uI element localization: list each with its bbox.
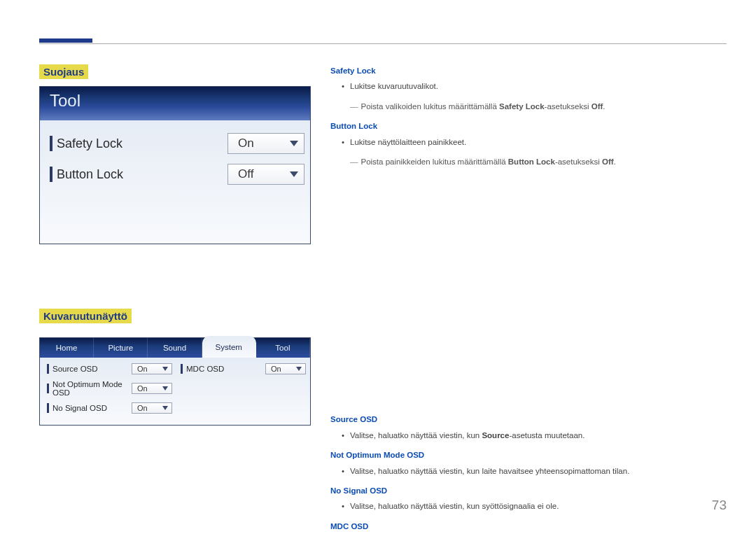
osd-row-mdc: MDC OSD On bbox=[181, 363, 306, 374]
section-heading-kuvaruutu: Kuvaruutunäyttö bbox=[39, 309, 132, 323]
button-lock-desc: Lukitse näyttölaitteen painikkeet. bbox=[342, 136, 727, 148]
tool-row-safety-lock: Safety Lock On bbox=[50, 133, 304, 154]
label-button-lock: Button Lock bbox=[330, 120, 727, 132]
select-value: On bbox=[137, 404, 148, 412]
header-accent-bar bbox=[39, 38, 92, 43]
no-signal-osd-desc: Valitse, haluatko näyttää viestin, kun s… bbox=[342, 500, 727, 512]
osd-row-not-optimum: Not Optimum Mode OSD On bbox=[47, 380, 172, 397]
chevron-down-icon bbox=[162, 386, 168, 391]
header-rule bbox=[39, 43, 727, 44]
osd-row-label: MDC OSD bbox=[186, 365, 265, 373]
tab-home[interactable]: Home bbox=[40, 338, 94, 358]
tab-system[interactable]: System bbox=[202, 336, 256, 358]
tool-panel: Tool Safety Lock On Button Lock Off bbox=[39, 86, 311, 244]
button-lock-note: ―Poista painikkeiden lukitus määrittämäl… bbox=[350, 155, 727, 168]
row-indicator bbox=[47, 403, 49, 413]
osd-row-no-signal: No Signal OSD On bbox=[47, 402, 172, 414]
osd-panel: Home Picture Sound System Tool Source OS… bbox=[39, 337, 311, 426]
no-signal-osd-select[interactable]: On bbox=[132, 402, 172, 414]
osd-col-left: Source OSD On Not Optimum Mode OSD On bbox=[47, 363, 172, 419]
row-indicator bbox=[181, 364, 183, 374]
osd-row-label: Source OSD bbox=[52, 365, 132, 373]
select-value: Off bbox=[238, 167, 253, 181]
select-value: On bbox=[137, 365, 148, 373]
tab-picture[interactable]: Picture bbox=[94, 338, 148, 358]
button-lock-select[interactable]: Off bbox=[227, 164, 304, 185]
left-column: Suojaus Tool Safety Lock On Button Lock … bbox=[39, 64, 311, 534]
chevron-down-icon bbox=[290, 171, 298, 177]
tab-tool[interactable]: Tool bbox=[256, 338, 310, 358]
select-value: On bbox=[271, 365, 281, 373]
safety-lock-select[interactable]: On bbox=[227, 133, 304, 154]
row-indicator bbox=[47, 384, 49, 393]
label-not-optimum-osd: Not Optimum Mode OSD bbox=[330, 449, 727, 461]
row-indicator bbox=[47, 364, 49, 374]
osd-tabs: Home Picture Sound System Tool bbox=[40, 338, 310, 358]
row-indicator bbox=[50, 167, 52, 182]
tool-panel-header: Tool bbox=[40, 87, 310, 120]
row-indicator bbox=[50, 136, 52, 151]
page-number: 73 bbox=[712, 498, 727, 513]
chevron-down-icon bbox=[162, 367, 168, 371]
tool-row-label: Button Lock bbox=[57, 167, 227, 182]
safety-lock-desc: Lukitse kuvaruutuvalikot. bbox=[342, 80, 727, 92]
not-optimum-osd-desc: Valitse, haluatko näyttää viestin, kun l… bbox=[342, 465, 727, 477]
page-content: Suojaus Tool Safety Lock On Button Lock … bbox=[39, 64, 727, 534]
section-heading-suojaus: Suojaus bbox=[39, 64, 88, 79]
osd-row-label: Not Optimum Mode OSD bbox=[52, 380, 132, 397]
source-osd-select[interactable]: On bbox=[132, 363, 172, 374]
label-mdc-osd: MDC OSD bbox=[330, 520, 727, 533]
tool-panel-body: Safety Lock On Button Lock Off bbox=[40, 120, 310, 244]
select-value: On bbox=[137, 384, 148, 393]
chevron-down-icon bbox=[162, 406, 168, 410]
not-optimum-osd-select[interactable]: On bbox=[132, 383, 172, 394]
chevron-down-icon bbox=[296, 367, 302, 371]
tab-sound[interactable]: Sound bbox=[148, 338, 202, 358]
osd-body: Source OSD On Not Optimum Mode OSD On bbox=[40, 358, 310, 425]
chevron-down-icon bbox=[290, 141, 298, 146]
osd-row-label: No Signal OSD bbox=[52, 404, 132, 412]
tool-row-label: Safety Lock bbox=[57, 136, 227, 151]
label-no-signal-osd: No Signal OSD bbox=[330, 484, 727, 497]
label-source-osd: Source OSD bbox=[330, 413, 727, 426]
mdc-osd-select[interactable]: On bbox=[265, 363, 306, 374]
select-value: On bbox=[238, 136, 254, 150]
source-osd-desc: Valitse, haluatko näyttää viestin, kun S… bbox=[342, 429, 727, 442]
safety-lock-note: ―Poista valikoiden lukitus määrittämällä… bbox=[350, 100, 727, 113]
right-column: Safety Lock Lukitse kuvaruutuvalikot. ―P… bbox=[330, 64, 727, 534]
osd-col-right: MDC OSD On bbox=[181, 363, 306, 419]
tool-row-button-lock: Button Lock Off bbox=[50, 164, 304, 185]
label-safety-lock: Safety Lock bbox=[330, 64, 727, 77]
osd-row-source: Source OSD On bbox=[47, 363, 172, 374]
